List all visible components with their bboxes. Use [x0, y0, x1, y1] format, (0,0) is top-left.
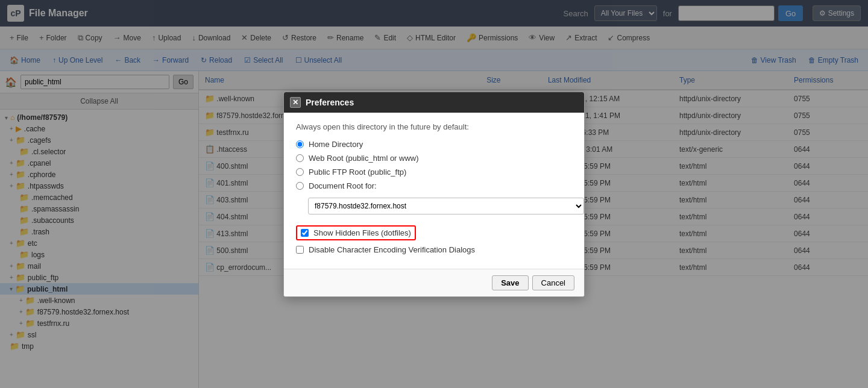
show-hidden-label: Show Hidden Files (dotfiles) — [313, 228, 411, 237]
radio-doc-root: Document Root for: — [296, 181, 572, 190]
show-hidden-checkbox[interactable] — [301, 229, 309, 237]
radio-home-label: Home Directory — [309, 140, 363, 149]
radio-ftp-input[interactable] — [296, 168, 304, 176]
save-button[interactable]: Save — [492, 275, 528, 290]
radio-home-input[interactable] — [296, 140, 304, 148]
doc-root-dropdown[interactable]: f87579.hostde32.fornex.host — [308, 198, 584, 214]
modal-footer: Save Cancel — [284, 269, 584, 296]
modal-description: Always open this directory in the future… — [296, 122, 572, 131]
radio-doc-label: Document Root for: — [309, 181, 377, 190]
radio-home-dir: Home Directory — [296, 140, 572, 149]
radio-web-input[interactable] — [296, 154, 304, 162]
preferences-modal: ✕ Preferences Always open this directory… — [283, 92, 585, 297]
radio-web-label: Web Root (public_html or www) — [309, 154, 419, 163]
modal-title: Preferences — [306, 98, 354, 107]
disable-encoding-row: Disable Character Encoding Verification … — [296, 245, 572, 254]
modal-overlay: ✕ Preferences Always open this directory… — [0, 0, 868, 388]
radio-ftp-root: Public FTP Root (public_ftp) — [296, 167, 572, 177]
radio-web-root: Web Root (public_html or www) — [296, 154, 572, 163]
modal-close-button[interactable]: ✕ — [290, 97, 301, 108]
disable-encoding-label: Disable Character Encoding Verification … — [309, 245, 475, 254]
radio-doc-input[interactable] — [296, 182, 304, 190]
modal-body: Always open this directory in the future… — [284, 113, 584, 269]
cancel-button[interactable]: Cancel — [532, 275, 574, 290]
modal-header: ✕ Preferences — [284, 92, 584, 113]
disable-encoding-checkbox[interactable] — [296, 246, 304, 254]
show-hidden-row: Show Hidden Files (dotfiles) — [296, 225, 416, 240]
radio-ftp-label: Public FTP Root (public_ftp) — [309, 167, 406, 177]
